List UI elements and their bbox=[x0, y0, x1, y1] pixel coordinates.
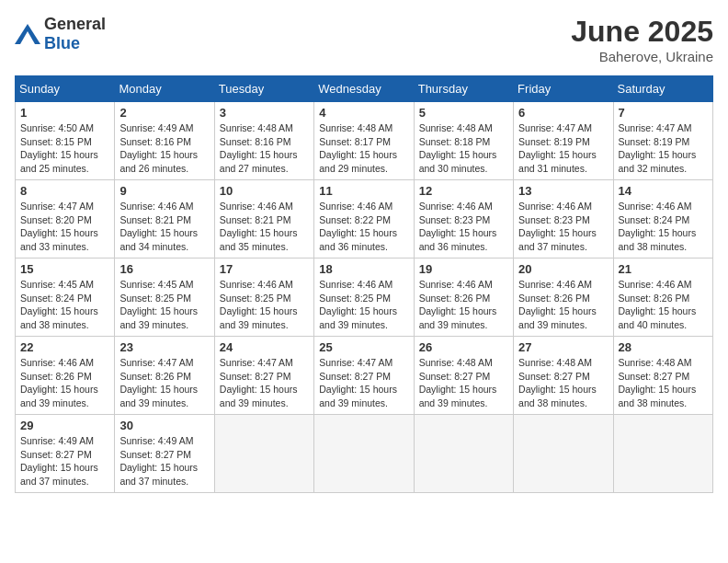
day-info: Sunrise: 4:46 AM Sunset: 8:23 PM Dayligh… bbox=[518, 200, 608, 254]
day-number: 11 bbox=[319, 184, 408, 198]
day-info: Sunrise: 4:48 AM Sunset: 8:17 PM Dayligh… bbox=[319, 121, 408, 176]
day-info: Sunrise: 4:48 AM Sunset: 8:18 PM Dayligh… bbox=[419, 121, 508, 176]
day-number: 8 bbox=[20, 184, 109, 198]
day-number: 17 bbox=[220, 262, 309, 276]
logo-icon bbox=[15, 24, 40, 44]
calendar-cell: 24Sunrise: 4:47 AM Sunset: 8:27 PM Dayli… bbox=[214, 337, 313, 415]
calendar-cell: 21Sunrise: 4:46 AM Sunset: 8:26 PM Dayli… bbox=[613, 259, 712, 337]
day-number: 16 bbox=[119, 262, 209, 276]
day-number: 30 bbox=[119, 419, 209, 432]
calendar-cell: 27Sunrise: 4:48 AM Sunset: 8:27 PM Dayli… bbox=[514, 337, 613, 415]
day-info: Sunrise: 4:49 AM Sunset: 8:27 PM Dayligh… bbox=[20, 434, 109, 488]
month-year-title: June 2025 bbox=[571, 15, 713, 49]
day-number: 5 bbox=[419, 106, 508, 120]
day-number: 6 bbox=[518, 106, 608, 120]
day-number: 25 bbox=[319, 340, 408, 354]
day-info: Sunrise: 4:49 AM Sunset: 8:16 PM Dayligh… bbox=[119, 121, 209, 176]
day-info: Sunrise: 4:47 AM Sunset: 8:20 PM Dayligh… bbox=[20, 200, 109, 254]
column-header-friday: Friday bbox=[514, 76, 613, 102]
day-info: Sunrise: 4:46 AM Sunset: 8:25 PM Dayligh… bbox=[220, 278, 309, 332]
day-number: 10 bbox=[220, 184, 309, 198]
column-header-thursday: Thursday bbox=[414, 76, 513, 102]
calendar-cell: 9Sunrise: 4:46 AM Sunset: 8:21 PM Daylig… bbox=[115, 180, 214, 259]
day-number: 15 bbox=[20, 262, 109, 276]
calendar-cell: 3Sunrise: 4:48 AM Sunset: 8:16 PM Daylig… bbox=[214, 102, 313, 180]
week-row-3: 15Sunrise: 4:45 AM Sunset: 8:24 PM Dayli… bbox=[16, 259, 713, 337]
column-header-saturday: Saturday bbox=[613, 76, 712, 102]
day-info: Sunrise: 4:46 AM Sunset: 8:21 PM Dayligh… bbox=[220, 200, 309, 254]
day-number: 1 bbox=[20, 106, 109, 120]
calendar-cell bbox=[214, 415, 313, 493]
calendar-cell: 30Sunrise: 4:49 AM Sunset: 8:27 PM Dayli… bbox=[115, 415, 214, 493]
day-info: Sunrise: 4:48 AM Sunset: 8:27 PM Dayligh… bbox=[518, 356, 608, 410]
week-row-1: 1Sunrise: 4:50 AM Sunset: 8:15 PM Daylig… bbox=[16, 102, 713, 180]
week-row-5: 29Sunrise: 4:49 AM Sunset: 8:27 PM Dayli… bbox=[16, 415, 713, 493]
calendar-cell: 16Sunrise: 4:45 AM Sunset: 8:25 PM Dayli… bbox=[115, 259, 214, 337]
day-number: 28 bbox=[619, 340, 708, 354]
calendar-cell bbox=[613, 415, 712, 493]
calendar-cell: 12Sunrise: 4:46 AM Sunset: 8:23 PM Dayli… bbox=[414, 180, 513, 259]
day-info: Sunrise: 4:48 AM Sunset: 8:16 PM Dayligh… bbox=[220, 121, 309, 176]
calendar-cell: 18Sunrise: 4:46 AM Sunset: 8:25 PM Dayli… bbox=[314, 259, 414, 337]
day-info: Sunrise: 4:47 AM Sunset: 8:27 PM Dayligh… bbox=[220, 356, 309, 410]
day-info: Sunrise: 4:46 AM Sunset: 8:23 PM Dayligh… bbox=[419, 200, 508, 254]
day-info: Sunrise: 4:46 AM Sunset: 8:26 PM Dayligh… bbox=[419, 278, 508, 332]
calendar-cell: 5Sunrise: 4:48 AM Sunset: 8:18 PM Daylig… bbox=[414, 102, 513, 180]
day-number: 29 bbox=[20, 419, 109, 432]
day-info: Sunrise: 4:46 AM Sunset: 8:21 PM Dayligh… bbox=[119, 200, 209, 254]
day-number: 24 bbox=[220, 340, 309, 354]
day-number: 18 bbox=[319, 262, 408, 276]
day-info: Sunrise: 4:49 AM Sunset: 8:27 PM Dayligh… bbox=[119, 434, 209, 488]
day-number: 26 bbox=[419, 340, 508, 354]
calendar-cell: 20Sunrise: 4:46 AM Sunset: 8:26 PM Dayli… bbox=[514, 259, 613, 337]
calendar-cell: 28Sunrise: 4:48 AM Sunset: 8:27 PM Dayli… bbox=[613, 337, 712, 415]
location-subtitle: Baherove, Ukraine bbox=[571, 49, 713, 64]
day-number: 27 bbox=[518, 340, 608, 354]
column-header-tuesday: Tuesday bbox=[214, 76, 313, 102]
calendar-cell bbox=[314, 415, 414, 493]
calendar-cell: 25Sunrise: 4:47 AM Sunset: 8:27 PM Dayli… bbox=[314, 337, 414, 415]
week-row-2: 8Sunrise: 4:47 AM Sunset: 8:20 PM Daylig… bbox=[16, 180, 713, 259]
day-number: 4 bbox=[319, 106, 408, 120]
day-info: Sunrise: 4:46 AM Sunset: 8:26 PM Dayligh… bbox=[20, 356, 109, 410]
day-number: 23 bbox=[119, 340, 209, 354]
column-header-wednesday: Wednesday bbox=[314, 76, 414, 102]
calendar-cell: 26Sunrise: 4:48 AM Sunset: 8:27 PM Dayli… bbox=[414, 337, 513, 415]
calendar-cell: 8Sunrise: 4:47 AM Sunset: 8:20 PM Daylig… bbox=[16, 180, 115, 259]
day-number: 9 bbox=[119, 184, 209, 198]
day-number: 2 bbox=[119, 106, 209, 120]
calendar-cell: 15Sunrise: 4:45 AM Sunset: 8:24 PM Dayli… bbox=[16, 259, 115, 337]
calendar-cell: 17Sunrise: 4:46 AM Sunset: 8:25 PM Dayli… bbox=[214, 259, 313, 337]
day-info: Sunrise: 4:46 AM Sunset: 8:25 PM Dayligh… bbox=[319, 278, 408, 332]
calendar-cell: 13Sunrise: 4:46 AM Sunset: 8:23 PM Dayli… bbox=[514, 180, 613, 259]
day-info: Sunrise: 4:47 AM Sunset: 8:26 PM Dayligh… bbox=[119, 356, 209, 410]
calendar-cell: 4Sunrise: 4:48 AM Sunset: 8:17 PM Daylig… bbox=[314, 102, 414, 180]
calendar-cell: 10Sunrise: 4:46 AM Sunset: 8:21 PM Dayli… bbox=[214, 180, 313, 259]
day-info: Sunrise: 4:46 AM Sunset: 8:26 PM Dayligh… bbox=[518, 278, 608, 332]
calendar-cell: 6Sunrise: 4:47 AM Sunset: 8:19 PM Daylig… bbox=[514, 102, 613, 180]
calendar-cell: 23Sunrise: 4:47 AM Sunset: 8:26 PM Dayli… bbox=[115, 337, 214, 415]
calendar-cell: 19Sunrise: 4:46 AM Sunset: 8:26 PM Dayli… bbox=[414, 259, 513, 337]
day-number: 12 bbox=[419, 184, 508, 198]
day-info: Sunrise: 4:47 AM Sunset: 8:19 PM Dayligh… bbox=[518, 121, 608, 176]
day-number: 22 bbox=[20, 340, 109, 354]
calendar-cell bbox=[414, 415, 513, 493]
day-number: 3 bbox=[220, 106, 309, 120]
day-info: Sunrise: 4:50 AM Sunset: 8:15 PM Dayligh… bbox=[20, 121, 109, 176]
calendar-cell: 7Sunrise: 4:47 AM Sunset: 8:19 PM Daylig… bbox=[613, 102, 712, 180]
calendar-cell: 29Sunrise: 4:49 AM Sunset: 8:27 PM Dayli… bbox=[16, 415, 115, 493]
day-number: 14 bbox=[619, 184, 708, 198]
day-number: 13 bbox=[518, 184, 608, 198]
day-info: Sunrise: 4:45 AM Sunset: 8:24 PM Dayligh… bbox=[20, 278, 109, 332]
day-number: 20 bbox=[518, 262, 608, 276]
page-header: General Blue June 2025 Baherove, Ukraine bbox=[15, 15, 713, 64]
calendar-header-row: SundayMondayTuesdayWednesdayThursdayFrid… bbox=[16, 76, 713, 102]
day-info: Sunrise: 4:48 AM Sunset: 8:27 PM Dayligh… bbox=[419, 356, 508, 410]
title-block: June 2025 Baherove, Ukraine bbox=[571, 15, 713, 64]
day-number: 7 bbox=[619, 106, 708, 120]
logo: General Blue bbox=[15, 15, 106, 53]
calendar-cell: 1Sunrise: 4:50 AM Sunset: 8:15 PM Daylig… bbox=[16, 102, 115, 180]
logo-text: General Blue bbox=[44, 15, 106, 53]
day-info: Sunrise: 4:46 AM Sunset: 8:22 PM Dayligh… bbox=[319, 200, 408, 254]
calendar-cell: 22Sunrise: 4:46 AM Sunset: 8:26 PM Dayli… bbox=[16, 337, 115, 415]
